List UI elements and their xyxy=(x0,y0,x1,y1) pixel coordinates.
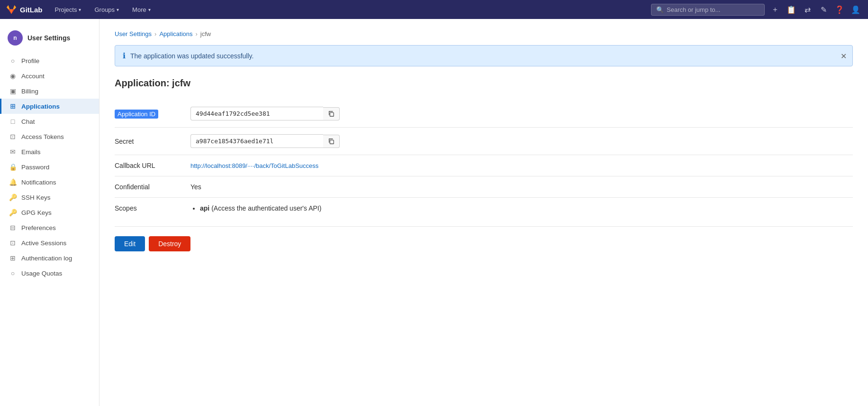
application-id-copy-button[interactable] xyxy=(323,107,340,120)
confidential-value: Yes xyxy=(190,183,201,191)
notifications-icon: 🔔 xyxy=(9,178,17,186)
sidebar-item-label: Active Sessions xyxy=(21,240,66,247)
alert-message: The application was updated successfully… xyxy=(130,52,253,60)
usage-quotas-icon: ○ xyxy=(9,269,17,277)
scopes-row: Scopes api (Access the authenticated use… xyxy=(115,198,853,219)
sidebar-item-label: Access Tokens xyxy=(21,133,64,140)
sidebar-item-active-sessions[interactable]: ⊡ Active Sessions xyxy=(0,235,99,250)
main-content: User Settings › Applications › jcfw ℹ Th… xyxy=(99,19,868,406)
sidebar-item-chat[interactable]: □ Chat xyxy=(0,114,99,129)
svg-rect-1 xyxy=(330,140,334,144)
callback-url-value: http://localhost:8089/····/back/ToGitLab… xyxy=(190,162,318,169)
sidebar-item-label: Password xyxy=(21,164,49,171)
todos-icon[interactable]: ✎ xyxy=(817,3,830,16)
secret-copy-button[interactable] xyxy=(323,135,340,148)
groups-menu[interactable]: Groups xyxy=(90,4,124,15)
page-title-prefix: Application: xyxy=(115,78,172,88)
edit-button[interactable]: Edit xyxy=(115,236,145,251)
projects-menu[interactable]: Projects xyxy=(50,4,86,15)
profile-icon: ○ xyxy=(9,57,17,65)
sidebar-item-billing[interactable]: ▣ Billing xyxy=(0,83,99,99)
alert-close-button[interactable]: ✕ xyxy=(841,51,847,60)
snippets-icon[interactable]: 📋 xyxy=(785,3,798,16)
action-buttons: Edit Destroy xyxy=(115,236,853,251)
breadcrumb: User Settings › Applications › jcfw xyxy=(115,30,853,37)
scope-item: api (Access the authenticated user's API… xyxy=(200,204,853,212)
authentication-log-icon: ⊞ xyxy=(9,254,17,262)
scopes-list: api (Access the authenticated user's API… xyxy=(190,204,853,212)
sidebar-item-label: Billing xyxy=(21,88,38,95)
secret-row: Secret xyxy=(115,128,853,155)
search-icon: 🔍 xyxy=(656,6,664,13)
sidebar-item-emails[interactable]: ✉ Emails xyxy=(0,144,99,159)
svg-rect-0 xyxy=(330,112,334,116)
page-title-name: jcfw xyxy=(172,78,190,88)
page-title: Application: jcfw xyxy=(115,78,853,89)
sidebar-item-ssh-keys[interactable]: 🔑 SSH Keys xyxy=(0,190,99,205)
applications-icon: ⊞ xyxy=(9,102,17,110)
sidebar-item-label: Usage Quotas xyxy=(21,270,62,277)
merge-requests-icon[interactable]: ⇄ xyxy=(801,3,814,16)
breadcrumb-applications[interactable]: Applications xyxy=(159,30,192,37)
sidebar-item-label: Notifications xyxy=(21,179,56,186)
sidebar-item-label: Applications xyxy=(21,103,60,110)
info-icon: ℹ xyxy=(123,51,126,60)
breadcrumb-sep-2: › xyxy=(196,30,198,37)
destroy-button[interactable]: Destroy xyxy=(149,236,190,251)
more-menu[interactable]: More xyxy=(127,4,155,15)
sidebar-item-label: Preferences xyxy=(21,224,56,231)
active-sessions-icon: ⊡ xyxy=(9,239,17,247)
sidebar-item-preferences[interactable]: ⊟ Preferences xyxy=(0,220,99,235)
sidebar-item-gpg-keys[interactable]: 🔑 GPG Keys xyxy=(0,205,99,220)
top-navigation: GitLab Projects Groups More 🔍 ＋ 📋 ⇄ ✎ ❓ … xyxy=(0,0,868,19)
sidebar-item-access-tokens[interactable]: ⊡ Access Tokens xyxy=(0,129,99,144)
sidebar-item-password[interactable]: 🔒 Password xyxy=(0,159,99,175)
scopes-label: Scopes xyxy=(115,204,137,212)
search-box[interactable]: 🔍 xyxy=(651,4,765,16)
sidebar-header: n User Settings xyxy=(0,27,99,53)
create-new-icon[interactable]: ＋ xyxy=(769,3,782,16)
sidebar-item-label: SSH Keys xyxy=(21,194,51,201)
access-tokens-icon: ⊡ xyxy=(9,133,17,140)
gitlab-icon xyxy=(6,4,17,15)
emails-icon: ✉ xyxy=(9,148,17,156)
sidebar-item-usage-quotas[interactable]: ○ Usage Quotas xyxy=(0,266,99,281)
sidebar-item-label: Chat xyxy=(21,118,35,125)
section-divider xyxy=(115,226,853,227)
confidential-row: Confidential Yes xyxy=(115,176,853,198)
secret-field-group xyxy=(190,134,853,148)
copy-icon xyxy=(328,111,335,117)
user-menu-icon[interactable]: 👤 xyxy=(849,3,862,16)
success-alert: ℹ The application was updated successful… xyxy=(115,45,853,66)
sidebar-item-label: Emails xyxy=(21,148,41,156)
breadcrumb-user-settings[interactable]: User Settings xyxy=(115,30,152,37)
application-details-table: Application ID xyxy=(115,100,853,219)
avatar: n xyxy=(8,30,23,46)
main-layout: n User Settings ○ Profile ◉ Account ▣ Bi… xyxy=(0,19,868,406)
sidebar-item-profile[interactable]: ○ Profile xyxy=(0,53,99,68)
nav-icons: ＋ 📋 ⇄ ✎ ❓ 👤 xyxy=(769,3,862,16)
secret-input[interactable] xyxy=(190,134,323,148)
sidebar: n User Settings ○ Profile ◉ Account ▣ Bi… xyxy=(0,19,99,406)
callback-url-label: Callback URL xyxy=(115,162,155,169)
sidebar-item-notifications[interactable]: 🔔 Notifications xyxy=(0,175,99,190)
application-id-label: Application ID xyxy=(115,110,158,119)
sidebar-item-label: GPG Keys xyxy=(21,209,52,216)
sidebar-item-applications[interactable]: ⊞ Applications xyxy=(0,99,99,114)
scope-description: (Access the authenticated user's API) xyxy=(211,204,321,212)
search-input[interactable] xyxy=(667,6,760,13)
billing-icon: ▣ xyxy=(9,87,17,95)
chat-icon: □ xyxy=(9,118,17,125)
breadcrumb-current: jcfw xyxy=(200,30,211,37)
secret-label: Secret xyxy=(115,138,134,145)
brand-logo[interactable]: GitLab xyxy=(6,4,43,15)
callback-url-row: Callback URL http://localhost:8089/····/… xyxy=(115,155,853,176)
account-icon: ◉ xyxy=(9,72,17,80)
confidential-label: Confidential xyxy=(115,183,150,191)
application-id-input[interactable] xyxy=(190,107,323,120)
sidebar-item-account[interactable]: ◉ Account xyxy=(0,68,99,83)
scope-name: api xyxy=(200,204,209,212)
help-icon[interactable]: ❓ xyxy=(833,3,846,16)
sidebar-item-authentication-log[interactable]: ⊞ Authentication log xyxy=(0,250,99,266)
application-id-field-group xyxy=(190,107,853,120)
